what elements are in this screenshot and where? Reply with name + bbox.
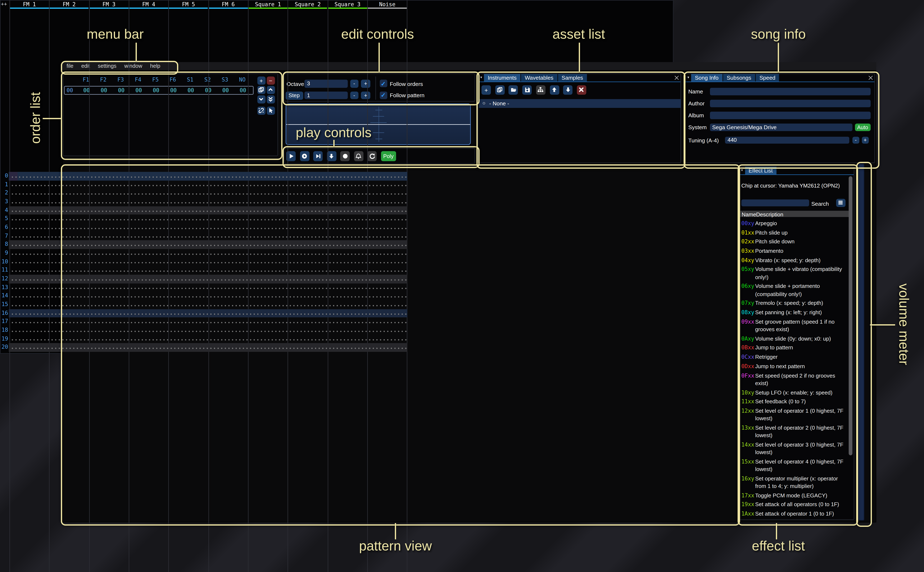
pattern-row-11[interactable]: 11 (0, 266, 407, 275)
asset-selected-item[interactable]: ○ - None - (479, 99, 681, 108)
channel-header-fm-4[interactable]: FM 4 (129, 0, 169, 9)
effect-row-05xy[interactable]: 05xyVolume slide + vibrato (compatibilit… (741, 266, 848, 281)
order-cell[interactable]: 00 (234, 87, 252, 93)
effect-row-12xx[interactable]: 12xxSet level of operator 1 (0 highest, … (741, 407, 848, 423)
order-cell[interactable]: 00 (112, 87, 130, 93)
effect-row-00xy[interactable]: 00xyArpeggio (741, 219, 848, 227)
asset-tab-instruments[interactable]: Instruments (484, 74, 520, 82)
poly-button[interactable]: Poly (381, 151, 396, 161)
pattern-row-17[interactable]: 17 (0, 317, 407, 326)
pattern-row-20[interactable]: 20 (0, 343, 407, 352)
tuning-input[interactable]: 440 (725, 137, 849, 144)
step-plus-button[interactable]: + (361, 92, 370, 99)
pattern-row-2[interactable]: 2 (0, 189, 407, 197)
effect-row-13xx[interactable]: 13xxSet level of operator 2 (0 highest, … (741, 424, 848, 440)
effect-row-0Dxx[interactable]: 0DxxJump to next pattern (741, 362, 848, 370)
tuning-plus-button[interactable]: + (862, 137, 869, 144)
play-bell-button[interactable] (354, 151, 363, 161)
effect-row-02xx[interactable]: 02xxPitch slide down (741, 238, 848, 246)
effect-row-0Fxx[interactable]: 0FxxSet speed (speed 2 if no grooves exi… (741, 372, 848, 387)
order-chevron-up-button[interactable] (266, 86, 275, 94)
close-icon[interactable] (867, 74, 874, 82)
pattern-row-4[interactable]: 4 (0, 206, 407, 215)
order-cell[interactable]: 00 (147, 87, 165, 93)
play-stop-circle-button[interactable] (340, 151, 350, 161)
order-cell[interactable]: 00 (182, 87, 199, 93)
pattern-row-5[interactable]: 5 (0, 215, 407, 223)
order-minus-button[interactable]: − (266, 76, 275, 85)
play-step-one-button[interactable] (313, 151, 323, 161)
pattern-row-16[interactable]: 16 (0, 309, 407, 317)
system-select[interactable]: Sega Genesis/Mega Drive (710, 124, 852, 131)
effect-row-19xx[interactable]: 19xxSet attack of all operators (0 to 1F… (741, 501, 848, 508)
pattern-row-6[interactable]: 6 (0, 223, 407, 232)
author-input[interactable] (710, 100, 871, 107)
asset-plus-button[interactable]: + (481, 85, 491, 95)
menu-item-settings[interactable]: settings (98, 63, 117, 69)
effect-row-09xx[interactable]: 09xxSet groove pattern (speed 1 if no gr… (741, 318, 848, 333)
pattern-row-12[interactable]: 12 (0, 275, 407, 283)
order-unlink-button[interactable] (257, 106, 265, 115)
play-play-circle-button[interactable] (300, 151, 310, 161)
system-auto-button[interactable]: Auto (855, 124, 871, 131)
collapse-triangle-icon[interactable]: ▼ (739, 166, 745, 174)
channel-header-square-3[interactable]: Square 3 (328, 0, 368, 9)
order-cursor-button[interactable] (266, 106, 275, 115)
close-icon[interactable] (673, 74, 681, 82)
pattern-row-19[interactable]: 19 (0, 335, 407, 343)
effect-row-03xx[interactable]: 03xxPortamento (741, 247, 848, 255)
pattern-row-1[interactable]: 1 (0, 180, 407, 189)
menu-item-file[interactable]: file (67, 63, 73, 69)
pattern-row-3[interactable]: 3 (0, 197, 407, 206)
order-plus-button[interactable]: + (257, 76, 265, 85)
octave-input[interactable]: 3 (304, 80, 347, 88)
play-arrow-down-bold-button[interactable] (327, 151, 337, 161)
pattern-row-14[interactable]: 14 (0, 292, 407, 300)
channel-header-square-2[interactable]: Square 2 (288, 0, 328, 9)
effect-scrollbar[interactable] (849, 176, 852, 455)
effect-row-06xy[interactable]: 06xyVolume slide + portamento (compatibi… (741, 283, 848, 298)
channel-header-fm-1[interactable]: FM 1 (9, 0, 49, 9)
effect-row-01xx[interactable]: 01xxPitch slide up (741, 229, 848, 236)
pattern-row-0[interactable]: 0 (0, 172, 407, 180)
collapse-triangle-icon[interactable]: ▼ (478, 74, 484, 82)
effect-row-17xx[interactable]: 17xxToggle PCM mode (LEGACY) (741, 491, 848, 499)
pattern-corner[interactable]: ++ (1, 1, 7, 7)
song-tab-speed[interactable]: Speed (756, 74, 779, 82)
song-tab-subsongs[interactable]: Subsongs (723, 74, 755, 82)
name-input[interactable] (710, 88, 871, 95)
order-chevrons-down-button[interactable] (266, 95, 275, 104)
album-input[interactable] (710, 112, 871, 119)
order-cell[interactable]: 00 (95, 87, 112, 93)
order-cell[interactable]: 00 (130, 87, 147, 93)
asset-folder-open-button[interactable] (509, 85, 518, 95)
asset-arrow-down-bold-button[interactable] (563, 85, 573, 95)
asset-copy-button[interactable] (495, 85, 505, 95)
pattern-row-7[interactable]: 7 (0, 232, 407, 241)
effect-row-14xx[interactable]: 14xxSet level of operator 3 (0 highest, … (741, 441, 848, 456)
order-cell[interactable]: 00 (78, 87, 95, 93)
asset-arrow-up-bold-button[interactable] (550, 85, 559, 95)
channel-header-fm-5[interactable]: FM 5 (169, 0, 209, 9)
octave-minus-button[interactable]: - (350, 80, 358, 88)
pattern-row-10[interactable]: 10 (0, 258, 407, 266)
order-list-row[interactable]: 0000000000000000000000 (64, 86, 254, 95)
pattern-row-13[interactable]: 13 (0, 283, 407, 292)
channel-header-square-1[interactable]: Square 1 (248, 0, 288, 9)
effect-row-08xy[interactable]: 08xySet panning (x: left; y: right) (741, 309, 848, 316)
follow-pattern-checkbox[interactable]: ✓ (380, 92, 387, 99)
follow-orders-checkbox[interactable]: ✓ (380, 80, 387, 87)
effect-row-10xy[interactable]: 10xySetup LFO (x: enable; y: speed) (741, 389, 848, 396)
asset-tab-wavetables[interactable]: Wavetables (521, 74, 557, 82)
tab-effect-list[interactable]: Effect List (745, 166, 776, 174)
effect-row-07xy[interactable]: 07xyTremolo (x: speed; y: depth) (741, 299, 848, 307)
effect-search-input[interactable] (741, 199, 809, 207)
channel-header-noise[interactable]: Noise (368, 0, 407, 9)
pattern-row-18[interactable]: 18 (0, 326, 407, 335)
channel-header-fm-2[interactable]: FM 2 (49, 0, 89, 9)
song-tab-song-info[interactable]: Song Info (691, 74, 722, 82)
menu-item-help[interactable]: help (150, 63, 160, 69)
effect-row-0Axy[interactable]: 0AxyVolume slide (0y: down; x0: up) (741, 335, 848, 342)
effect-row-0Cxx[interactable]: 0CxxRetrigger (741, 353, 848, 361)
channel-header-fm-6[interactable]: FM 6 (209, 0, 248, 9)
